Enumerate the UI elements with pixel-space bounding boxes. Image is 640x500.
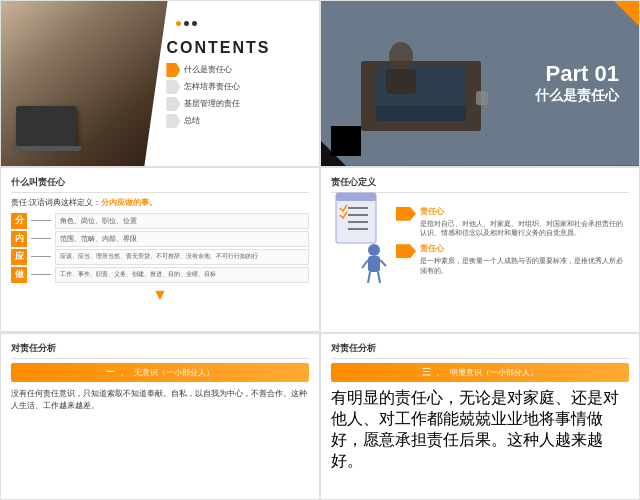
- contents-text-2: 怎样培养责任心: [184, 82, 240, 92]
- contents-title: CONTENTS: [166, 39, 270, 57]
- def-content-1: 责任心 是指对自己、对他人、对家庭、对组织、对国家和社会承担责任的认识、情感和信…: [420, 206, 629, 239]
- contents-item-4[interactable]: 总结: [166, 114, 309, 128]
- svg-rect-8: [336, 193, 376, 201]
- line-1: [31, 220, 51, 221]
- svg-point-13: [368, 244, 380, 256]
- analysis-dash-right: 、: [436, 366, 445, 379]
- cell5-section-title: 对责任分析: [11, 342, 56, 355]
- cell-definition: 责任心定义 责任心 是指对自己、对他人、对家庭、对组织、对国家和社会承担责任的认…: [320, 167, 640, 334]
- contents-text-4: 总结: [184, 116, 200, 126]
- contents-photo: [1, 1, 176, 166]
- contents-arrow-1: [166, 63, 180, 77]
- contents-text-3: 基层管理的责任: [184, 99, 240, 109]
- line-3: [31, 256, 51, 257]
- def-arrow-1: [396, 207, 416, 221]
- cell-part01: Part 01 什么是责任心: [320, 0, 640, 167]
- def-arrow-2: [396, 244, 416, 258]
- char-box-1: 分: [11, 213, 27, 229]
- analysis-num-left: 一: [106, 366, 115, 379]
- contents-item-3[interactable]: 基层管理的责任: [166, 97, 309, 111]
- analysis-content-left: 没有任何责任意识，只知道索取不知道奉献。自私，以自我为中心，不善合作。这种人生活…: [11, 388, 309, 412]
- dot-3: [192, 21, 197, 26]
- checklist-illustration: [326, 188, 391, 288]
- contents-panel: CONTENTS 什么是责任心 怎样培养责任心 基层管理的责任 总结: [161, 6, 314, 136]
- def-label-2: 责任心: [420, 243, 629, 254]
- cell-analysis-left: 对责任分析 一 、 无意识（一小部分人） 没有任何责任意识，只知道索取不知道奉献…: [0, 333, 320, 500]
- char-row-4: 做 工作、事件、职责、义务、创建、推进、目的、业绩、目标: [11, 267, 309, 283]
- char-row-2: 内 范围、范畴、内部、界限: [11, 231, 309, 247]
- svg-line-16: [380, 260, 386, 266]
- definition-text: 责任:汉语词典这样定义：分内应做的事。: [11, 197, 309, 208]
- def-block-2: 责任心 是一种素质，是衡量一个人成熟与否的重要标准，是推优秀人所必须有的。: [396, 243, 629, 276]
- analysis-dash-left: 、: [120, 366, 129, 379]
- svg-line-15: [362, 260, 368, 268]
- analysis-num-right: 三: [422, 366, 431, 379]
- cell6-header-row: 对责任分析: [331, 342, 629, 359]
- def-highlight: 分内应做的事。: [101, 198, 157, 207]
- def-content-2: 责任心 是一种素质，是衡量一个人成熟与否的重要标准，是推优秀人所必须有的。: [420, 243, 629, 276]
- contents-arrow-3: [166, 97, 180, 111]
- cell5-header-row: 对责任分析: [11, 342, 309, 359]
- char-desc-4: 工作、事件、职责、义务、创建、推进、目的、业绩、目标: [55, 267, 309, 283]
- part-subtitle: 什么是责任心: [535, 87, 619, 105]
- cell-analysis-right: 对责任分析 三 、 明显意识（一小部分人） 有明显的责任心，无论是对家庭、还是对…: [320, 333, 640, 500]
- dot-1: [176, 21, 181, 26]
- cell3-header-row: 什么叫责任心: [11, 176, 309, 193]
- contents-item-2[interactable]: 怎样培养责任心: [166, 80, 309, 94]
- cell-what-is: 什么叫责任心 责任:汉语词典这样定义：分内应做的事。 分 角色、岗位、职位、位置…: [0, 167, 320, 334]
- char-desc-2: 范围、范畴、内部、界限: [55, 231, 309, 247]
- char-box-3: 应: [11, 249, 27, 265]
- part-number: Part 01: [546, 61, 619, 87]
- svg-line-17: [368, 272, 370, 283]
- analysis-content-right: 有明显的责任心，无论是对家庭、还是对他人、对工作都能兢兢业业地将事情做好，愿意承…: [331, 388, 629, 472]
- header-underline: [1, 331, 319, 332]
- part01-overlay: Part 01 什么是责任心: [321, 1, 639, 166]
- def-prefix: 责任:汉语词典这样定义：: [11, 198, 101, 207]
- analysis-label-right: 明显意识（一小部分人）: [450, 367, 538, 378]
- analysis-label-left: 无意识（一小部分人）: [134, 367, 214, 378]
- svg-rect-14: [368, 256, 380, 272]
- def-text-2: 是一种素质，是衡量一个人成熟与否的重要标准，是推优秀人所必须有的。: [420, 256, 629, 276]
- analysis-title-block-left: 一 、 无意识（一小部分人）: [11, 363, 309, 382]
- def-label-1: 责任心: [420, 206, 629, 217]
- cell4-content: 责任心 是指对自己、对他人、对家庭、对组织、对国家和社会承担责任的认识、情感和信…: [396, 206, 629, 281]
- cell-contents: CONTENTS 什么是责任心 怎样培养责任心 基层管理的责任 总结: [0, 0, 320, 167]
- down-arrow-icon: ▼: [152, 287, 168, 303]
- line-4: [31, 274, 51, 275]
- char-row-1: 分 角色、岗位、职位、位置: [11, 213, 309, 229]
- svg-line-18: [378, 272, 380, 283]
- contents-text-1: 什么是责任心: [184, 65, 232, 75]
- char-rows: 分 角色、岗位、职位、位置 内 范围、范畴、内部、界限 应 应该、应当、理所当然…: [11, 213, 309, 283]
- char-row-3: 应 应该、应当、理所当然、责无旁贷、不可推辞、没有余地、不可行行如的行: [11, 249, 309, 265]
- contents-arrow-4: [166, 114, 180, 128]
- analysis-title-block-right: 三 、 明显意识（一小部分人）: [331, 363, 629, 382]
- char-box-4: 做: [11, 267, 27, 283]
- char-desc-1: 角色、岗位、职位、位置: [55, 213, 309, 229]
- char-box-2: 内: [11, 231, 27, 247]
- laptop-illustration: [1, 1, 176, 166]
- dot-2: [184, 21, 189, 26]
- decorative-dots: [166, 11, 207, 36]
- contents-item-1[interactable]: 什么是责任心: [166, 63, 309, 77]
- char-desc-3: 应该、应当、理所当然、责无旁贷、不可推辞、没有余地、不可行行如的行: [55, 249, 309, 265]
- bottom-arrow-row: ▼: [11, 287, 309, 303]
- cell3-section-title: 什么叫责任心: [11, 176, 65, 189]
- contents-arrow-2: [166, 80, 180, 94]
- def-block-1: 责任心 是指对自己、对他人、对家庭、对组织、对国家和社会承担责任的认识、情感和信…: [396, 206, 629, 239]
- cell6-section-title: 对责任分析: [331, 342, 376, 355]
- def-text-1: 是指对自己、对他人、对家庭、对组织、对国家和社会承担责任的认识、情感和信念以及相…: [420, 219, 629, 239]
- line-2: [31, 238, 51, 239]
